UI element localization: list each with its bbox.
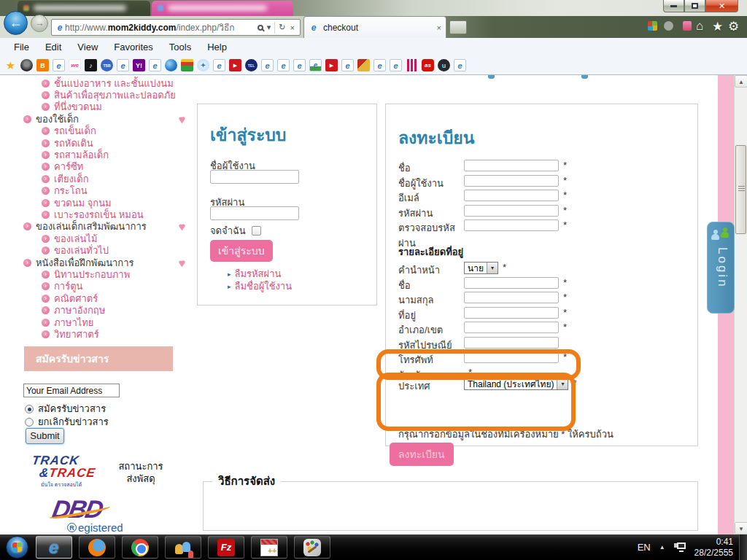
- sidebar-item[interactable]: › คาร์ซีท ♥: [23, 161, 191, 173]
- menu-item[interactable]: Tools: [161, 40, 199, 54]
- hidden-icons-arrow[interactable]: ▲: [659, 544, 665, 551]
- stop-icon[interactable]: ×: [288, 23, 297, 32]
- favorite-bookmark-icon[interactable]: we: [69, 59, 81, 71]
- text-input[interactable]: [464, 277, 559, 289]
- menu-item[interactable]: Help: [199, 40, 235, 54]
- start-button[interactable]: [6, 536, 28, 559]
- radio-option[interactable]: ยกเลิกรับข่าวสาร: [25, 414, 109, 429]
- vertical-scrollbar[interactable]: ▲ ▼: [734, 75, 747, 534]
- favorite-bookmark-icon[interactable]: [406, 59, 418, 71]
- address-bar[interactable]: e http://www.mom2kiddy.com/index.php/วิธ…: [51, 19, 301, 36]
- sidebar-item[interactable]: › ภาษาไทย ♥: [23, 316, 191, 328]
- dropdown-arrow-icon[interactable]: ▾: [487, 262, 498, 273]
- favorite-bookmark-icon[interactable]: TSB: [101, 59, 113, 71]
- feeds-icon[interactable]: [664, 21, 673, 31]
- radio-button-icon[interactable]: [25, 418, 34, 427]
- text-input[interactable]: [464, 292, 559, 303]
- remember-me-checkbox[interactable]: [252, 226, 261, 236]
- taskbar-app-button[interactable]: ++: [251, 536, 287, 559]
- newsletter-submit-button[interactable]: Submit: [26, 428, 64, 444]
- dropdown-select[interactable]: นาย ▾: [464, 262, 498, 274]
- background-browser-tab[interactable]: [152, 1, 293, 16]
- sidebar-item[interactable]: › วิทยาศาตร์ ♥: [23, 328, 191, 340]
- sidebar-item[interactable]: › ภาษาอังกฤษ ♥: [23, 304, 191, 316]
- tab-close-icon[interactable]: ×: [437, 23, 441, 32]
- favorite-bookmark-icon[interactable]: e: [277, 59, 290, 71]
- favorite-bookmark-icon[interactable]: ♪: [85, 59, 97, 71]
- favorite-bookmark-icon[interactable]: e: [293, 59, 306, 71]
- back-button[interactable]: ←: [4, 11, 28, 35]
- email-field[interactable]: [23, 384, 120, 397]
- favorite-bookmark-icon[interactable]: as: [422, 59, 434, 71]
- dropdown-select[interactable]: Thailand (ประเทศไทย) ▾: [464, 378, 568, 390]
- favorite-bookmark-icon[interactable]: ▶: [229, 59, 241, 71]
- scroll-up-arrow[interactable]: ▲: [735, 75, 747, 88]
- favorite-bookmark-icon[interactable]: u: [438, 59, 450, 71]
- new-tab-button[interactable]: [449, 20, 467, 34]
- favorite-bookmark-icon[interactable]: ★: [4, 59, 17, 71]
- favorite-bookmark-icon[interactable]: e: [374, 59, 386, 71]
- active-tab[interactable]: e checkout ×: [303, 16, 446, 38]
- text-input[interactable]: [464, 205, 559, 217]
- favorite-bookmark-icon[interactable]: ▶: [325, 59, 338, 71]
- search-icon[interactable]: [258, 25, 263, 31]
- favorites-star-icon[interactable]: ★: [712, 19, 723, 34]
- login-button[interactable]: เข้าสู่ระบบ: [210, 240, 273, 262]
- favorite-bookmark-icon[interactable]: [181, 59, 193, 71]
- dbd-logo[interactable]: DBD: [53, 495, 102, 524]
- favorite-bookmark-icon[interactable]: e: [390, 59, 402, 71]
- extension-icon[interactable]: [683, 21, 692, 31]
- text-input[interactable]: [464, 175, 559, 187]
- favorite-bookmark-icon[interactable]: e: [149, 59, 161, 71]
- language-indicator[interactable]: EN: [638, 542, 651, 553]
- side-login-tab[interactable]: Login: [707, 222, 735, 314]
- favorite-bookmark-icon[interactable]: e: [117, 59, 129, 71]
- text-input[interactable]: [464, 351, 559, 363]
- dropdown-arrow-icon[interactable]: ▾: [557, 378, 568, 389]
- menu-item[interactable]: View: [69, 40, 106, 54]
- home-icon[interactable]: ⌂: [696, 19, 703, 34]
- favorite-bookmark-icon[interactable]: [357, 59, 370, 71]
- favorite-bookmark-icon[interactable]: Y!: [133, 59, 145, 71]
- favorite-bookmark-icon[interactable]: e: [53, 59, 65, 71]
- track-trace-logo[interactable]: TRACK &TRACE มั่นใจ ตรวจสอบได้: [32, 454, 105, 489]
- taskbar-app-button[interactable]: [79, 536, 115, 559]
- text-input[interactable]: [464, 190, 559, 201]
- search-dropdown-caret[interactable]: ▾: [265, 23, 274, 32]
- taskbar-app-button[interactable]: [294, 536, 330, 559]
- close-button[interactable]: ✕: [705, 0, 738, 12]
- scroll-down-arrow[interactable]: ▼: [735, 522, 747, 534]
- maximize-button[interactable]: [684, 0, 705, 12]
- tools-gear-icon[interactable]: ⚙: [728, 19, 739, 34]
- text-input[interactable]: [464, 337, 559, 349]
- text-input[interactable]: [464, 307, 559, 319]
- background-browser-tab[interactable]: [18, 1, 150, 16]
- taskbar-app-button[interactable]: e: [36, 536, 72, 559]
- text-input[interactable]: [464, 160, 559, 171]
- favorite-bookmark-icon[interactable]: e: [213, 59, 225, 71]
- username-input[interactable]: [210, 170, 299, 184]
- favorite-bookmark-icon[interactable]: e: [454, 59, 466, 71]
- password-input[interactable]: [210, 206, 299, 220]
- sidebar-item[interactable]: › การ์ตูน ♥: [23, 281, 191, 292]
- taskbar-app-button[interactable]: [122, 536, 158, 559]
- favorite-bookmark-icon[interactable]: [20, 59, 33, 71]
- sidebar-item[interactable]: › รถเข็นเด็ก ♥: [23, 125, 191, 137]
- text-input[interactable]: [464, 322, 559, 333]
- sidebar-item[interactable]: › นิทานประกอบภาพ ♥: [23, 268, 191, 280]
- quick-tabs-icon[interactable]: [648, 21, 657, 31]
- taskbar-app-button[interactable]: [165, 536, 201, 559]
- menu-item[interactable]: File: [6, 40, 37, 54]
- favorite-bookmark-icon[interactable]: B: [36, 59, 49, 71]
- forgot-username-link[interactable]: ▸ ลืมชื่อผู้ใช้งาน: [228, 279, 292, 294]
- show-desktop-button[interactable]: [739, 534, 747, 560]
- radio-button-icon[interactable]: [25, 405, 34, 413]
- menu-item[interactable]: Edit: [37, 40, 69, 54]
- favorite-bookmark-icon[interactable]: ✦: [197, 59, 209, 71]
- sidebar-item[interactable]: › เตียงเด็ก ♥: [23, 173, 191, 184]
- minimize-button[interactable]: [663, 0, 684, 12]
- favorite-bookmark-icon[interactable]: TEL: [245, 59, 258, 71]
- favorite-bookmark-icon[interactable]: e: [309, 59, 322, 71]
- refresh-icon[interactable]: ↻: [276, 23, 287, 32]
- url-text[interactable]: http://www.mom2kiddy.com/index.php/วิธีก: [65, 20, 256, 34]
